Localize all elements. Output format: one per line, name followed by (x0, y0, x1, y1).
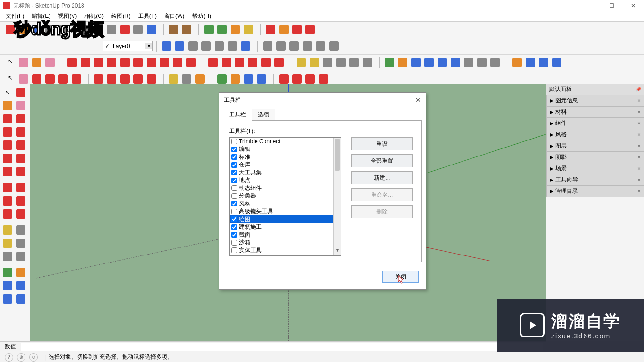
geo-icon[interactable]: ⊕ (17, 353, 25, 362)
close-icon[interactable]: × (637, 154, 641, 161)
panel-shadows[interactable]: ▶阴影× (546, 151, 644, 163)
eraser2-button[interactable] (43, 56, 57, 69)
panel-components[interactable]: ▶组件× (546, 117, 644, 129)
lt-zoom-button[interactable] (1, 279, 14, 292)
lt-3dtext-button[interactable] (14, 250, 27, 263)
toolbar-checkbox[interactable] (231, 247, 237, 253)
close-icon[interactable]: × (637, 109, 641, 115)
lt-arc3-button[interactable] (1, 165, 14, 178)
text-button[interactable] (334, 56, 347, 69)
dimension-button[interactable] (321, 56, 334, 69)
list-item[interactable]: 实体工具 (230, 247, 333, 255)
lt-arc2-button[interactable] (14, 152, 27, 165)
maximize-button[interactable]: ☐ (601, 0, 622, 11)
orbit-button[interactable] (383, 56, 396, 69)
print-button[interactable] (132, 23, 145, 36)
lt-circle-button[interactable] (1, 139, 14, 152)
scroll-thumb[interactable] (335, 139, 340, 171)
style3-button[interactable] (186, 40, 199, 53)
lt-scale-button[interactable] (1, 207, 14, 221)
tab-options[interactable]: 选项 (252, 109, 275, 121)
solid2-button[interactable] (537, 56, 550, 69)
toolbars-listbox[interactable]: Trimble Connect编辑标准仓库大工具集地点动态组件分类器风格高级镜头… (229, 137, 341, 256)
lt-rect-button[interactable] (1, 125, 14, 139)
lt-tape-button[interactable] (1, 223, 14, 237)
rotated-rect-button[interactable] (105, 56, 118, 69)
list-item[interactable]: 沙箱 (230, 239, 333, 247)
toolbar-checkbox[interactable] (231, 193, 237, 199)
close-icon[interactable]: × (637, 98, 641, 104)
followme-button[interactable] (246, 56, 259, 69)
toolbar-checkbox[interactable] (231, 201, 237, 206)
lt-eraser-button[interactable] (14, 99, 27, 112)
polygon-button[interactable] (132, 56, 145, 69)
view-left-button[interactable] (327, 40, 340, 53)
layer-select[interactable]: ✓ Layer0 ▾ (103, 41, 153, 51)
dialog-close-icon[interactable]: ✕ (415, 96, 421, 104)
lt-zoomext-button[interactable] (1, 292, 14, 305)
list-item[interactable]: 风格 (230, 200, 333, 208)
solid3-button[interactable] (550, 56, 563, 69)
pushpull-button[interactable] (220, 56, 233, 69)
new-button[interactable]: 新建... (351, 171, 413, 184)
eraser-button[interactable] (17, 56, 30, 69)
freehand-button[interactable] (79, 56, 92, 69)
lt-followme-button[interactable] (14, 194, 27, 207)
reset-all-button[interactable]: 全部重置 (351, 154, 413, 167)
close-icon[interactable]: × (637, 188, 641, 195)
lt-polygon-button[interactable] (14, 139, 27, 152)
lt-line-button[interactable] (1, 112, 14, 125)
options-button[interactable] (290, 23, 304, 36)
lt-rotrect-button[interactable] (14, 125, 27, 139)
lt-protractor-button[interactable] (1, 237, 14, 250)
toolbar-checkbox[interactable] (231, 232, 237, 238)
menu-window[interactable]: 窗口(W) (160, 11, 188, 21)
photo-button[interactable] (242, 23, 255, 36)
lt-offset-button[interactable] (14, 207, 27, 221)
zoom-button[interactable] (409, 56, 422, 69)
protractor-button[interactable] (308, 56, 321, 69)
lt-move-button[interactable] (1, 181, 14, 194)
panel-styles[interactable]: ▶风格× (546, 129, 644, 140)
lt-pie-button[interactable] (14, 165, 27, 178)
toolbar-checkbox[interactable] (231, 170, 237, 175)
panel-entity-info[interactable]: ▶图元信息× (546, 95, 644, 107)
zoom-window-button[interactable] (422, 56, 436, 69)
lt-pushpull-button[interactable] (14, 181, 27, 194)
axes-button[interactable] (347, 56, 361, 69)
move-button[interactable] (206, 56, 220, 69)
lt-dimension-button[interactable] (14, 223, 27, 237)
look-around-button[interactable] (475, 56, 488, 69)
toolbar-checkbox[interactable] (231, 216, 237, 222)
walk-button[interactable] (488, 56, 502, 69)
close-icon[interactable]: × (637, 165, 641, 172)
paste-button[interactable] (105, 23, 118, 36)
arc3-button[interactable] (171, 56, 184, 69)
view-right-button[interactable] (301, 40, 314, 53)
lt-orbit-button[interactable] (1, 266, 14, 279)
view-iso-button[interactable] (261, 40, 274, 53)
arc-button[interactable] (145, 56, 158, 69)
list-item[interactable]: 大工具集 (230, 169, 333, 177)
pan-button[interactable] (396, 56, 409, 69)
settings-button[interactable] (304, 23, 317, 36)
lt-pan-button[interactable] (14, 266, 27, 279)
toolbar-checkbox[interactable] (231, 147, 237, 152)
measurement-input[interactable] (21, 343, 543, 351)
interact-button[interactable] (277, 23, 290, 36)
lt-arc-button[interactable] (1, 152, 14, 165)
close-icon[interactable]: × (637, 177, 641, 183)
scroll-down-icon[interactable]: ▼ (334, 248, 341, 255)
section-button[interactable] (511, 56, 524, 69)
style1-button[interactable] (160, 40, 173, 53)
scale-button[interactable] (259, 56, 272, 69)
lt-paint-button[interactable] (1, 99, 14, 112)
list-item[interactable]: 地点 (230, 177, 333, 185)
location-button[interactable] (202, 23, 215, 36)
lt-freehand-button[interactable] (14, 112, 27, 125)
lt-rotate-button[interactable] (1, 194, 14, 207)
3dtext-button[interactable] (361, 56, 374, 69)
solid1-button[interactable] (524, 56, 537, 69)
toolbar-checkbox[interactable] (231, 154, 237, 160)
panel-scenes[interactable]: ▶场景× (546, 163, 644, 174)
